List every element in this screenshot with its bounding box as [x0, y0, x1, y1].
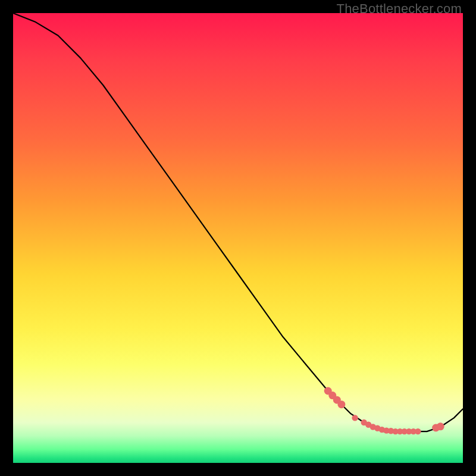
plot-area [13, 13, 463, 463]
optimal-zone-dots [324, 387, 444, 435]
chart-frame: TheBottlenecker.com [0, 0, 476, 476]
highlight-dot [337, 400, 345, 408]
highlight-dot [415, 428, 421, 434]
highlight-dot [352, 415, 358, 421]
highlight-dot [437, 422, 444, 430]
bottleneck-curve [13, 13, 463, 431]
curve-svg [13, 13, 463, 463]
